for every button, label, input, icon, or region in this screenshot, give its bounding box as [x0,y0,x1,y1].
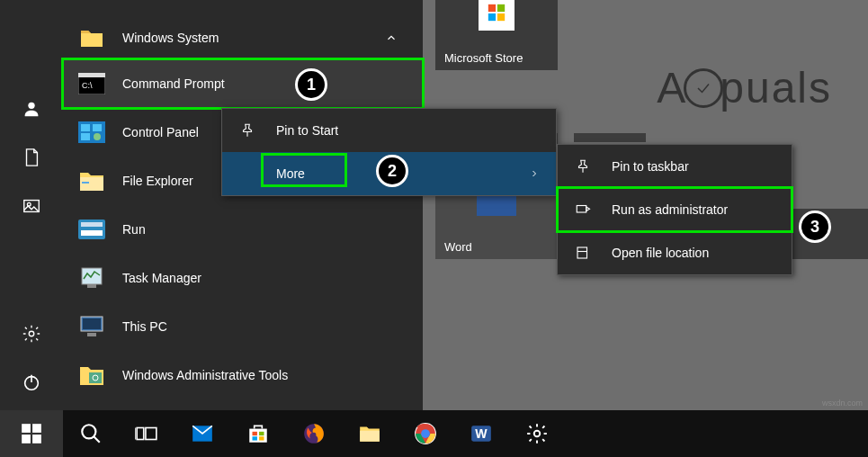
svg-rect-22 [81,230,103,236]
svg-rect-38 [32,435,41,444]
start-menu-apps: Windows System C:\ Command Prompt Contro… [63,0,423,410]
ctx-label: Open file location [612,246,709,260]
folder-icon [77,23,106,52]
ctx-run-admin[interactable]: Run as administrator [558,188,792,231]
taskbar-firefox[interactable] [286,410,342,457]
svg-rect-46 [253,432,257,435]
watermark-text-a: A [657,63,687,112]
ctx-pin-taskbar[interactable]: Pin to taskbar [558,145,792,188]
annotation-2: 2 [376,155,408,187]
svg-point-4 [28,103,34,109]
settings-gear-icon[interactable] [22,324,41,344]
svg-rect-42 [146,428,157,440]
svg-rect-37 [22,435,31,444]
tile-label-ms-store: Microsoft Store [444,51,523,65]
ctx-pin-to-start[interactable]: Pin to Start [222,109,556,152]
tile-label-word: Word [444,240,472,254]
svg-point-39 [82,425,95,438]
taskbar: W [0,410,868,457]
taskbar-store[interactable] [230,410,286,457]
context-menu-submenu: Pin to taskbar Run as administrator Open… [557,144,792,275]
app-label: This PC [122,319,167,334]
start-button[interactable] [0,410,63,457]
svg-rect-32 [577,206,586,213]
app-admin-tools[interactable]: Windows Administrative Tools [63,351,423,399]
user-icon[interactable] [22,99,41,119]
svg-rect-48 [253,436,257,440]
taskbar-explorer[interactable] [342,410,398,457]
microsoft-store-icon [487,3,506,22]
admin-tools-icon [77,361,106,390]
svg-rect-24 [87,284,96,288]
svg-rect-41 [137,428,144,440]
svg-rect-35 [22,424,31,433]
run-icon [77,215,106,244]
taskbar-taskview[interactable] [119,410,174,457]
watermark-logo: A puals [657,63,832,112]
svg-rect-1 [497,4,505,12]
svg-text:C:\: C:\ [82,81,93,90]
blank-icon [238,165,256,183]
svg-rect-2 [488,13,496,21]
ctx-open-location[interactable]: Open file location [558,231,792,274]
svg-rect-28 [89,372,102,383]
annotation-1: 1 [295,68,327,101]
svg-rect-14 [81,124,90,131]
shield-admin-icon [574,201,592,219]
app-command-prompt[interactable]: C:\ Command Prompt [63,59,423,108]
svg-line-40 [94,436,100,443]
watermark-text-puals: puals [720,63,832,112]
app-label: Command Prompt [122,76,225,91]
taskbar-chrome[interactable] [398,410,453,457]
svg-rect-33 [577,247,587,258]
svg-rect-16 [81,133,90,140]
taskbar-search[interactable] [63,410,119,457]
ctx-label: More [276,166,305,181]
svg-point-7 [29,331,34,336]
ctx-label: Pin to Start [276,123,338,138]
app-label: Windows Administrative Tools [122,368,288,382]
svg-rect-3 [497,13,505,21]
ctx-label: Pin to taskbar [612,159,689,174]
watermark-logo-circle [684,68,723,108]
chevron-up-icon [385,31,398,44]
svg-rect-27 [87,333,96,336]
pin-icon [574,157,592,175]
svg-rect-15 [93,124,102,131]
task-manager-icon [77,264,106,292]
app-run[interactable]: Run [63,205,423,254]
start-menu-rail [0,0,63,410]
pictures-icon[interactable] [22,196,41,216]
tile-microsoft-store[interactable]: Microsoft Store [435,0,558,70]
folder-windows-system[interactable]: Windows System [63,16,423,59]
documents-icon[interactable] [22,148,41,167]
svg-rect-26 [83,318,101,329]
app-label: File Explorer [122,174,193,188]
power-icon[interactable] [22,372,41,392]
pin-icon [238,121,256,139]
svg-rect-45 [249,429,267,443]
svg-text:W: W [475,426,488,441]
annotation-3: 3 [799,211,831,243]
taskbar-mail[interactable] [174,410,230,457]
app-label: Control Panel [122,125,199,139]
taskbar-settings[interactable] [509,410,565,457]
svg-rect-51 [360,431,380,442]
folder-label: Windows System [122,31,219,45]
app-task-manager[interactable]: Task Manager [63,254,423,302]
svg-point-17 [94,133,101,140]
svg-rect-21 [81,222,103,227]
app-this-pc[interactable]: This PC [63,302,423,351]
taskbar-word[interactable]: W [453,410,509,457]
svg-rect-47 [259,432,264,435]
attribution-text: wsxdn.com [822,399,863,408]
app-label: Run [122,222,146,237]
ctx-label: Run as administrator [612,202,728,217]
this-pc-icon [77,312,106,341]
svg-rect-36 [32,424,41,433]
svg-rect-19 [82,182,89,184]
chevron-right-icon [529,168,540,179]
svg-point-58 [534,431,541,437]
svg-rect-18 [80,177,103,191]
app-label: Task Manager [122,271,201,285]
